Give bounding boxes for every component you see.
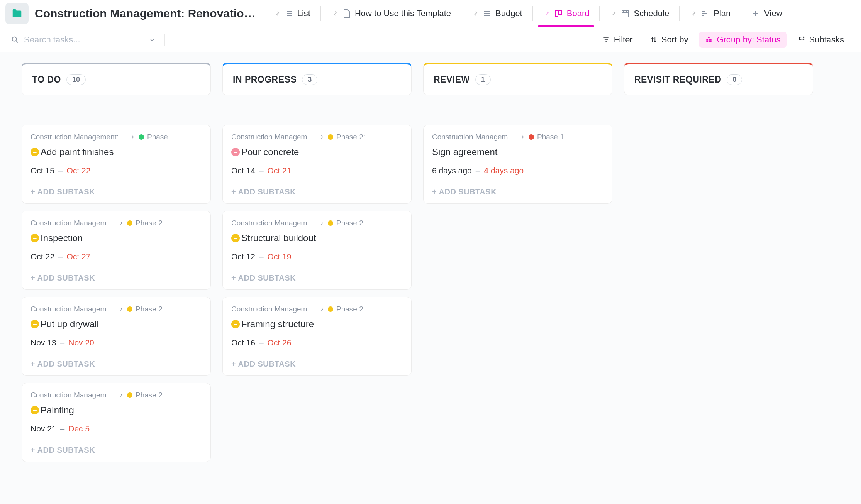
divider bbox=[164, 34, 165, 46]
column-header[interactable]: REVIEW1 bbox=[423, 63, 612, 95]
date-separator: – bbox=[259, 252, 264, 261]
column-revisit-required: REVISIT REQUIRED0 bbox=[624, 63, 813, 118]
column-header[interactable]: TO DO10 bbox=[22, 63, 211, 95]
breadcrumb: Construction Management: R…Phase 2:… bbox=[31, 219, 202, 227]
breadcrumb-project[interactable]: Construction Management: R… bbox=[31, 391, 115, 399]
task-card[interactable]: Construction Management: R…Phase 2:…Pain… bbox=[22, 383, 211, 462]
chevron-right-icon bbox=[119, 306, 124, 312]
column-header[interactable]: REVISIT REQUIRED0 bbox=[624, 63, 813, 95]
breadcrumb-phase[interactable]: Phase 2:… bbox=[328, 305, 373, 313]
add-subtask-button[interactable]: ADD SUBTASK bbox=[231, 188, 403, 196]
task-card[interactable]: Construction Management: R…Phase 2:…Put … bbox=[22, 297, 211, 376]
breadcrumb-project[interactable]: Construction Management: Ren… bbox=[31, 133, 127, 141]
task-dates[interactable]: Nov 21–Dec 5 bbox=[31, 424, 202, 433]
breadcrumb: Construction Management: Ren…Phase … bbox=[31, 133, 202, 141]
add-subtask-button[interactable]: ADD SUBTASK bbox=[31, 360, 202, 369]
chevron-down-icon[interactable] bbox=[148, 36, 156, 44]
search-box[interactable] bbox=[11, 35, 156, 45]
tab-how-to-use-this-template[interactable]: How to Use this Template bbox=[321, 0, 461, 27]
filter-icon bbox=[602, 36, 610, 44]
phase-status-dot bbox=[127, 392, 132, 398]
phase-status-dot bbox=[328, 220, 333, 226]
task-card[interactable]: Construction Management: R…Phase 2:…Stru… bbox=[222, 211, 412, 290]
breadcrumb: Construction Management: Ren…Phase 1… bbox=[432, 133, 603, 141]
add-subtask-button[interactable]: ADD SUBTASK bbox=[432, 188, 603, 196]
column-header[interactable]: IN PROGRESS3 bbox=[222, 63, 412, 95]
tab-schedule[interactable]: Schedule bbox=[600, 0, 679, 27]
start-date: Oct 14 bbox=[231, 166, 255, 175]
priority-icon bbox=[31, 320, 39, 328]
breadcrumb-phase[interactable]: Phase 2:… bbox=[127, 305, 172, 313]
pin-icon bbox=[690, 10, 697, 17]
task-card[interactable]: Construction Management: Ren…Phase 1…Sig… bbox=[423, 125, 612, 204]
groupby-button[interactable]: Group by: Status bbox=[699, 32, 786, 48]
task-dates[interactable]: Oct 16–Oct 26 bbox=[231, 338, 403, 347]
breadcrumb-phase[interactable]: Phase 2:… bbox=[127, 391, 172, 399]
column-count: 1 bbox=[475, 74, 491, 85]
breadcrumb-phase[interactable]: Phase 2:… bbox=[328, 133, 373, 141]
task-card[interactable]: Construction Management: Ren…Phase …Add … bbox=[22, 125, 211, 204]
subtasks-button[interactable]: Subtasks bbox=[792, 32, 851, 48]
pin-icon bbox=[543, 10, 550, 17]
task-title[interactable]: Put up drywall bbox=[31, 319, 202, 330]
tab-board[interactable]: Board bbox=[533, 0, 600, 27]
task-dates[interactable]: Oct 12–Oct 19 bbox=[231, 252, 403, 261]
breadcrumb-project[interactable]: Construction Management: R… bbox=[231, 219, 316, 227]
tab-label: Schedule bbox=[634, 8, 669, 19]
task-title[interactable]: Inspection bbox=[31, 233, 202, 244]
search-input[interactable] bbox=[24, 35, 140, 45]
chevron-right-icon bbox=[520, 134, 525, 140]
sort-button[interactable]: Sort by bbox=[644, 32, 695, 48]
date-separator: – bbox=[259, 166, 264, 175]
task-title[interactable]: Add paint finishes bbox=[31, 147, 202, 157]
plus-icon bbox=[751, 9, 760, 18]
start-date: Oct 15 bbox=[31, 166, 54, 175]
add-subtask-button[interactable]: ADD SUBTASK bbox=[231, 360, 403, 369]
breadcrumb-project[interactable]: Construction Management: R… bbox=[231, 305, 316, 313]
breadcrumb-phase-label: Phase 2:… bbox=[336, 133, 373, 141]
tab-budget[interactable]: Budget bbox=[461, 0, 532, 27]
breadcrumb-phase[interactable]: Phase … bbox=[139, 133, 177, 141]
task-title[interactable]: Painting bbox=[31, 405, 202, 416]
add-subtask-button[interactable]: ADD SUBTASK bbox=[231, 274, 403, 282]
task-card[interactable]: Construction Management: R…Phase 2:…Fram… bbox=[222, 297, 412, 376]
breadcrumb-phase-label: Phase 2:… bbox=[336, 219, 373, 227]
tab-plan[interactable]: Plan bbox=[680, 0, 741, 27]
task-title[interactable]: Framing structure bbox=[231, 319, 403, 330]
phase-status-dot bbox=[529, 134, 534, 140]
add-subtask-button[interactable]: ADD SUBTASK bbox=[31, 274, 202, 282]
chevron-right-icon bbox=[119, 220, 124, 226]
task-title[interactable]: Structural buildout bbox=[231, 233, 403, 244]
column-count: 0 bbox=[727, 74, 742, 85]
breadcrumb-project[interactable]: Construction Management: R… bbox=[31, 219, 115, 227]
folder-icon[interactable] bbox=[5, 3, 29, 24]
breadcrumb-phase[interactable]: Phase 1… bbox=[529, 133, 571, 141]
breadcrumb-project[interactable]: Construction Management: R… bbox=[231, 133, 316, 141]
add-subtask-button[interactable]: ADD SUBTASK bbox=[31, 446, 202, 455]
tab-view[interactable]: View bbox=[741, 0, 792, 27]
filter-button[interactable]: Filter bbox=[596, 32, 639, 48]
breadcrumb-phase[interactable]: Phase 2:… bbox=[328, 219, 373, 227]
task-card[interactable]: Construction Management: R…Phase 2:…Pour… bbox=[222, 125, 412, 204]
task-title-text: Painting bbox=[41, 405, 74, 416]
task-dates[interactable]: Oct 15–Oct 22 bbox=[31, 166, 202, 175]
page-title[interactable]: Construction Management: Renovatio… bbox=[35, 7, 256, 20]
add-subtask-button[interactable]: ADD SUBTASK bbox=[31, 188, 202, 196]
task-card[interactable]: Construction Management: R…Phase 2:…Insp… bbox=[22, 211, 211, 290]
task-dates[interactable]: 6 days ago–4 days ago bbox=[432, 166, 603, 175]
breadcrumb-phase[interactable]: Phase 2:… bbox=[127, 219, 172, 227]
task-dates[interactable]: Oct 14–Oct 21 bbox=[231, 166, 403, 175]
task-title[interactable]: Sign agreement bbox=[432, 147, 603, 157]
date-separator: – bbox=[58, 166, 63, 175]
priority-icon bbox=[31, 148, 39, 156]
sort-icon bbox=[650, 36, 658, 44]
tab-list[interactable]: List bbox=[263, 0, 320, 27]
start-date: 6 days ago bbox=[432, 166, 472, 175]
task-dates[interactable]: Nov 13–Nov 20 bbox=[31, 338, 202, 347]
task-title[interactable]: Pour concrete bbox=[231, 147, 403, 157]
tab-label: Board bbox=[567, 8, 590, 19]
breadcrumb-project[interactable]: Construction Management: R… bbox=[31, 305, 115, 313]
task-dates[interactable]: Oct 22–Oct 27 bbox=[31, 252, 202, 261]
task-title-text: Inspection bbox=[41, 233, 83, 244]
breadcrumb-project[interactable]: Construction Management: Ren… bbox=[432, 133, 517, 141]
